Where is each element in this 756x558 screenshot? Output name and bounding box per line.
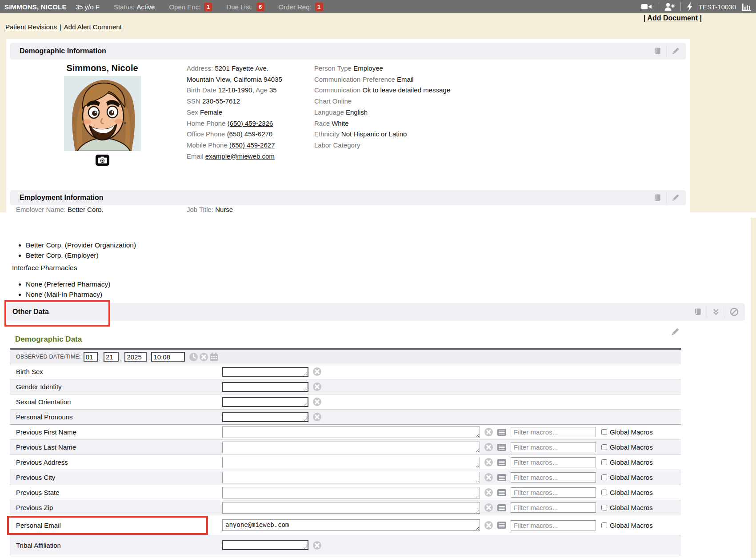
- employment-information-header[interactable]: Employment Information: [10, 190, 686, 205]
- macro-list-icon[interactable]: [497, 458, 507, 466]
- filter-macros-input[interactable]: [511, 502, 596, 513]
- field-label: Sexual Orientation: [10, 398, 222, 406]
- sexual-orientation-input[interactable]: [222, 397, 308, 407]
- pharmacy-list: None (Preferred Pharmacy) None (Mail-In …: [19, 279, 110, 299]
- mobile-phone-link[interactable]: (650) 459-2627: [229, 141, 275, 149]
- camera-icon[interactable]: [96, 155, 109, 166]
- clear-field-icon[interactable]: [484, 521, 493, 530]
- filter-macros-input[interactable]: [511, 520, 596, 530]
- interface-pharmacies-heading: Interface Pharmacies: [12, 264, 77, 272]
- form-row-personal-pronouns: Personal Pronouns: [10, 410, 681, 425]
- edit-pencil-icon[interactable]: [670, 327, 680, 337]
- global-macros-checkbox[interactable]: [601, 522, 607, 528]
- due-list-label: Due List:: [226, 3, 252, 11]
- video-call-icon[interactable]: [641, 3, 652, 11]
- office-phone-link[interactable]: (650) 459-6270: [227, 130, 273, 138]
- edit-pencil-icon[interactable]: [671, 47, 680, 56]
- global-macros-checkbox[interactable]: [601, 459, 607, 465]
- other-data-header[interactable]: Other Data: [6, 303, 745, 321]
- clear-field-icon[interactable]: [484, 488, 493, 497]
- journal-book-icon[interactable]: [693, 307, 702, 316]
- global-macros-checkbox[interactable]: [601, 505, 607, 510]
- order-req-badge[interactable]: 1: [315, 3, 323, 11]
- disable-circle-slash-icon[interactable]: [730, 307, 739, 316]
- filter-macros-input[interactable]: [511, 487, 596, 498]
- clear-field-icon[interactable]: [312, 367, 322, 376]
- home-phone-link[interactable]: (650) 459-2326: [228, 120, 273, 127]
- clear-field-icon[interactable]: [484, 473, 493, 482]
- patient-avatar: [64, 76, 141, 151]
- filter-macros-input[interactable]: [511, 442, 596, 452]
- previous-last-name-textarea[interactable]: [222, 442, 480, 453]
- patient-name: SIMMONS, NICOLE: [4, 3, 67, 11]
- previous-first-name-textarea[interactable]: [222, 426, 480, 438]
- edit-pencil-icon[interactable]: [671, 193, 680, 202]
- macro-list-icon[interactable]: [497, 504, 507, 512]
- divider: [725, 306, 725, 318]
- birth-sex-input[interactable]: [222, 367, 308, 377]
- list-item: None (Preferred Pharmacy): [26, 279, 110, 289]
- field-label: Previous City: [10, 474, 222, 481]
- open-encounters-badge[interactable]: 1: [204, 3, 212, 11]
- flowsheet-chart-icon[interactable]: [742, 2, 752, 11]
- divider: [707, 306, 707, 318]
- tribal-affiliation-input[interactable]: [222, 540, 308, 550]
- field-label: Previous Zip: [10, 504, 222, 511]
- previous-zip-textarea[interactable]: [222, 502, 480, 514]
- observed-datetime-row: OBSERVED DATE/TIME: - -: [10, 350, 681, 364]
- macro-list-icon[interactable]: [497, 443, 507, 451]
- journal-book-icon[interactable]: [653, 193, 662, 202]
- global-macros-checkbox[interactable]: [601, 490, 607, 495]
- set-time-clock-icon[interactable]: [189, 352, 198, 362]
- observed-time-input[interactable]: [151, 352, 185, 362]
- section-title: Demographic Information: [20, 47, 106, 55]
- filter-macros-input[interactable]: [511, 427, 596, 437]
- macro-list-icon[interactable]: [497, 489, 507, 497]
- previous-address-textarea[interactable]: [222, 457, 480, 468]
- form-row-gender-identity: Gender Identity: [10, 379, 681, 395]
- observed-day-input[interactable]: [104, 352, 119, 362]
- observed-month-input[interactable]: [84, 352, 98, 362]
- add-alert-comment-link[interactable]: Add Alert Comment: [64, 23, 122, 31]
- journal-book-icon[interactable]: [653, 47, 662, 56]
- calendar-picker-icon[interactable]: [209, 352, 219, 362]
- clear-datetime-icon[interactable]: [199, 352, 208, 362]
- quick-actions-lightning-icon[interactable]: [687, 2, 693, 11]
- clear-field-icon[interactable]: [484, 442, 493, 452]
- add-document-link[interactable]: Add Document: [647, 14, 698, 22]
- email-link[interactable]: example@mieweb.com: [205, 152, 275, 160]
- section-title: Employment Information: [20, 194, 103, 202]
- global-macros-checkbox[interactable]: [601, 429, 607, 435]
- personal-pronouns-input[interactable]: [222, 412, 308, 422]
- clear-field-icon[interactable]: [312, 541, 322, 550]
- global-macros-checkbox[interactable]: [601, 444, 607, 450]
- filter-macros-input[interactable]: [511, 472, 596, 482]
- add-person-icon[interactable]: [664, 2, 675, 11]
- demographic-information-header[interactable]: Demographic Information: [10, 43, 686, 60]
- clear-field-icon[interactable]: [484, 427, 493, 437]
- clear-field-icon[interactable]: [484, 458, 493, 467]
- collapse-double-chevron-icon[interactable]: [712, 307, 720, 316]
- previous-state-textarea[interactable]: [222, 487, 480, 498]
- clear-field-icon[interactable]: [484, 503, 493, 512]
- observed-year-input[interactable]: [124, 352, 147, 362]
- patient-revisions-link[interactable]: Patient Revisions: [5, 23, 57, 31]
- macro-list-icon[interactable]: [497, 474, 507, 482]
- patient-photo-column: Simmons, Nicole: [54, 63, 150, 166]
- filter-macros-input[interactable]: [511, 457, 596, 467]
- macro-list-icon[interactable]: [497, 521, 507, 529]
- personal-email-textarea[interactable]: anyone@mieweb.com: [222, 519, 480, 531]
- update-photo-camera-button[interactable]: [96, 155, 109, 166]
- macro-list-icon[interactable]: [497, 428, 507, 436]
- due-list-badge[interactable]: 6: [256, 3, 264, 11]
- clear-field-icon[interactable]: [312, 397, 322, 407]
- clear-field-icon[interactable]: [312, 382, 322, 391]
- field-label: Personal Pronouns: [10, 413, 222, 421]
- global-macros-checkbox[interactable]: [601, 474, 607, 480]
- gender-identity-input[interactable]: [222, 382, 308, 392]
- clear-field-icon[interactable]: [312, 412, 322, 422]
- previous-city-textarea[interactable]: [222, 472, 480, 483]
- patient-links-row: Patient Revisions|Add Alert Comment: [5, 23, 122, 31]
- form-row-previous-address: Previous Address Global Macros: [10, 455, 681, 470]
- global-macros-label: Global Macros: [610, 489, 653, 496]
